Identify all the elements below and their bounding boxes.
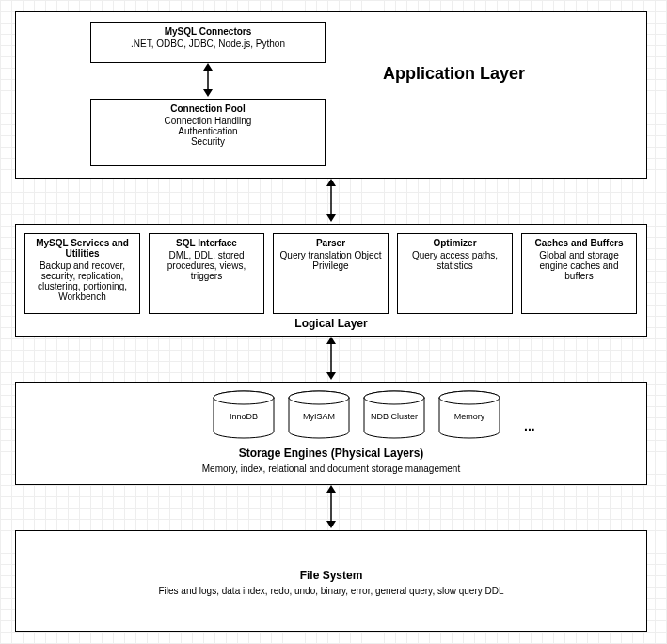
storage-layer-box: InnoDB MyISAM NDB Cluster Memory ... Sto… [15,382,647,485]
cylinder-innodb: InnoDB [212,390,276,439]
application-layer-box: Application Layer MySQL Connectors .NET,… [15,11,647,179]
cylinder-innodb-label: InnoDB [212,412,276,421]
logical-box-1-title: SQL Interface [151,238,262,248]
logical-box-2-text: Query translation Object Privilege [280,250,382,271]
cylinder-ndb: NDB Cluster [362,390,426,439]
logical-box-4-title: Caches and Buffers [524,238,634,248]
logical-box-0: MySQL Services and Utilities Backup and … [24,233,140,314]
storage-layer-title: Storage Engines (Physical Layers) [16,447,646,460]
logical-box-3-text: Query access paths, statistics [412,250,498,271]
svg-marker-7 [326,337,336,344]
cylinder-myisam-label: MyISAM [287,412,351,421]
cylinder-memory-label: Memory [437,412,501,421]
svg-point-14 [364,391,424,404]
svg-point-10 [214,391,274,404]
logical-box-0-text: Backup and recover, security, replicatio… [38,260,127,302]
pool-line2: Authentication [93,126,323,136]
file-system-box: File System Files and logs, data index, … [15,530,647,632]
logical-box-1: SQL Interface DML, DDL, stored procedure… [149,233,264,314]
logical-box-4-text: Global and storage engine caches and buf… [539,250,619,281]
cylinder-myisam: MyISAM [287,390,351,439]
svg-point-16 [439,391,500,404]
storage-ellipsis: ... [524,418,535,433]
logical-box-2: Parser Query translation Object Privileg… [273,233,389,314]
file-system-title: File System [16,569,646,582]
svg-marker-19 [326,521,336,528]
cylinder-memory: Memory [437,390,501,439]
storage-layer-subtitle: Memory, index, relational and document s… [16,463,646,474]
logical-box-1-text: DML, DDL, stored procedures, views, trig… [167,250,246,281]
connectors-text: .NET, ODBC, JDBC, Node.js, Python [131,39,285,49]
application-layer-title: Application Layer [383,64,525,84]
pool-line3: Security [93,136,323,147]
pool-line1: Connection Handling [93,116,323,126]
arrow-app-logical [324,179,339,222]
logical-box-3: Optimizer Query access paths, statistics [397,233,513,314]
connectors-box: MySQL Connectors .NET, ODBC, JDBC, Node.… [90,22,326,63]
svg-marker-4 [326,179,336,186]
file-system-text: Files and logs, data index, redo, undo, … [16,586,646,596]
pool-title: Connection Pool [93,103,323,114]
arrow-storage-filesystem [324,485,339,528]
logical-box-2-title: Parser [276,238,386,248]
logical-layer-label: Logical Layer [16,317,646,330]
svg-marker-18 [326,485,336,493]
arrow-connectors-pool [200,63,215,97]
cylinder-ndb-label: NDB Cluster [362,412,426,421]
arrow-logical-storage [324,337,339,380]
svg-marker-2 [203,89,213,97]
connectors-title: MySQL Connectors [93,26,323,37]
svg-marker-1 [203,63,213,71]
svg-point-12 [289,391,349,404]
svg-marker-5 [326,214,336,222]
logical-layer-box: MySQL Services and Utilities Backup and … [15,224,647,337]
svg-marker-8 [326,372,336,380]
connection-pool-box: Connection Pool Connection Handling Auth… [90,99,326,166]
logical-box-0-title: MySQL Services and Utilities [27,238,137,259]
logical-box-4: Caches and Buffers Global and storage en… [521,233,637,314]
logical-box-3-title: Optimizer [400,238,510,248]
